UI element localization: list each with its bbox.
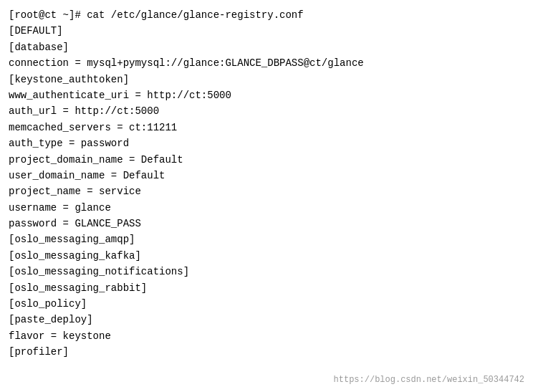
terminal-line: [oslo_messaging_amqp] [9, 231, 524, 247]
terminal-line: [DEFAULT] [9, 23, 524, 39]
terminal-line: [database] [9, 39, 524, 55]
terminal-line: password = GLANCE_PASS [9, 216, 524, 231]
terminal-line: auth_type = password [9, 135, 524, 151]
terminal-line: [keystone_authtoken] [9, 72, 524, 87]
terminal-line: auth_url = http://ct:5000 [9, 103, 524, 119]
terminal-line: [root@ct ~]# cat /etc/glance/glance-regi… [9, 7, 524, 23]
terminal-line: memcached_servers = ct:11211 [9, 120, 524, 135]
terminal-line: [oslo_messaging_notifications] [9, 264, 524, 279]
terminal-line: connection = mysql+pymysql://glance:GLAN… [9, 55, 524, 71]
terminal-line: user_domain_name = Default [9, 168, 524, 183]
terminal-line: project_domain_name = Default [9, 152, 524, 168]
terminal-line: [paste_deploy] [9, 312, 524, 328]
terminal-line: [oslo_messaging_rabbit] [9, 280, 524, 296]
terminal-line: [oslo_policy] [9, 296, 524, 312]
terminal-line: project_name = service [9, 183, 524, 199]
terminal-line: www_authenticate_uri = http://ct:5000 [9, 87, 524, 103]
terminal-output: [root@ct ~]# cat /etc/glance/glance-regi… [9, 7, 524, 360]
watermark: https://blog.csdn.net/weixin_50344742 [334, 375, 524, 385]
terminal-line: username = glance [9, 200, 524, 216]
terminal-line: [profiler] [9, 344, 524, 360]
terminal-line: flavor = keystone [9, 328, 524, 344]
terminal-line: [oslo_messaging_kafka] [9, 248, 524, 264]
terminal-container: [root@ct ~]# cat /etc/glance/glance-regi… [0, 0, 533, 392]
